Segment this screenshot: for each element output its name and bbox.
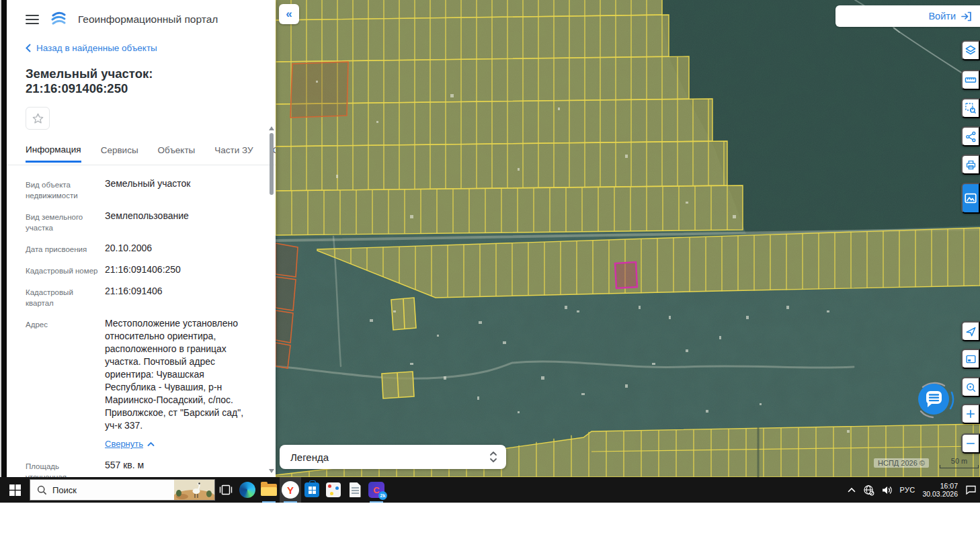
basemap-icon <box>963 191 978 206</box>
notepad-button[interactable] <box>344 477 366 503</box>
info-row-value: Местоположение установлено относительно … <box>105 317 249 450</box>
search-place-icon <box>965 381 977 394</box>
start-button[interactable] <box>0 477 30 503</box>
desktop: « Войти <box>0 0 980 551</box>
tray-expand-icon[interactable] <box>848 487 856 493</box>
portal-logo-icon <box>50 11 67 28</box>
info-row: Дата присвоения 20.10.2006 <box>26 242 249 255</box>
legend-expand-icon[interactable] <box>489 450 498 464</box>
taskbar: Поиск Y <box>0 477 980 503</box>
tab-части-зу[interactable]: Части ЗУ <box>214 145 253 161</box>
info-row-label: Адрес <box>26 317 105 450</box>
collapse-up-icon <box>147 441 155 447</box>
scrollbar-thumb[interactable] <box>270 133 274 195</box>
info-row-label: Вид объекта недвижимости <box>26 177 105 201</box>
info-row: Кадастровый номер 21:16:091406:250 <box>26 263 249 276</box>
layers-icon <box>964 44 977 57</box>
login-label: Войти <box>928 11 956 22</box>
info-row: Кадастровый квартал 21:16:091406 <box>26 285 249 308</box>
panel-header: Геоинформационный портал <box>7 0 276 28</box>
legend-label: Легенда <box>290 452 489 463</box>
taskbar-search-box[interactable]: Поиск <box>30 479 215 501</box>
tabs-bar: ИнформацияСервисыОбъектыЧасти ЗУСостав <box>26 142 276 165</box>
c-app-button[interactable]: C 2k <box>366 477 387 503</box>
legend-panel[interactable]: Легенда <box>280 445 506 469</box>
menu-button[interactable] <box>26 12 39 27</box>
tab-сервисы[interactable]: Сервисы <box>101 145 138 161</box>
print-tool-button[interactable] <box>961 155 980 175</box>
area-search-tool-button[interactable] <box>961 98 980 118</box>
network-icon[interactable] <box>863 484 874 496</box>
info-row-value: Землепользование <box>105 210 249 233</box>
folder-icon <box>261 484 277 496</box>
scale-label: 50 m <box>940 457 979 465</box>
object-info-panel: Геоинформационный портал Назад в найденн… <box>7 0 276 477</box>
overview-map-icon <box>965 353 977 366</box>
task-view-button[interactable] <box>215 477 237 503</box>
map-canvas[interactable] <box>276 0 980 477</box>
chat-button[interactable] <box>913 378 956 421</box>
system-tray: РУС 16:07 30.03.2026 <box>848 482 980 499</box>
scrollbar-down-arrow[interactable] <box>269 469 274 473</box>
app-title: Геоинформационный портал <box>78 13 218 26</box>
login-button[interactable]: Войти <box>835 5 980 27</box>
left-edge-strip <box>0 0 7 477</box>
volume-icon[interactable] <box>882 485 893 495</box>
info-row-label: Кадастровый квартал <box>26 285 105 308</box>
edge-browser-button[interactable] <box>237 477 258 503</box>
search-label: Поиск <box>52 485 169 495</box>
store-icon <box>304 482 319 497</box>
file-explorer-button[interactable] <box>258 477 280 503</box>
scrollbar-up-arrow[interactable] <box>269 126 274 130</box>
collapse-panel-button[interactable]: « <box>279 4 299 24</box>
info-row: Вид объекта недвижимости Земельный участ… <box>26 177 249 201</box>
info-row-value: 20.10.2006 <box>105 242 249 255</box>
clock-time: 16:07 <box>922 482 958 491</box>
print-icon <box>965 159 977 171</box>
basemap-tool-button[interactable] <box>961 183 980 214</box>
zoom-in-icon <box>965 408 977 420</box>
ruler-icon <box>964 73 977 87</box>
search-place-tool-button[interactable] <box>961 377 980 397</box>
paint-button[interactable] <box>323 477 344 503</box>
c-app-badge: 2k <box>378 491 387 500</box>
edge-icon <box>239 482 255 498</box>
info-row: Вид земельного участка Землепользование <box>26 210 249 233</box>
login-icon <box>961 11 972 22</box>
info-row-value: 21:16:091406:250 <box>105 263 249 276</box>
tab-информация[interactable]: Информация <box>26 144 81 163</box>
chat-icon <box>913 378 956 421</box>
area-search-icon <box>964 101 977 115</box>
task-view-icon <box>219 484 233 496</box>
back-link[interactable]: Назад в найденные объекты <box>26 43 276 53</box>
notification-center-icon[interactable] <box>965 484 977 495</box>
share-tool-button[interactable] <box>961 126 980 146</box>
share-icon <box>965 130 977 143</box>
map-attribution: НСПД 2026 © <box>874 458 929 468</box>
yandex-browser-button[interactable]: Y <box>280 477 301 503</box>
collapse-address-link[interactable]: Свернуть <box>105 437 249 450</box>
zoom-in-button[interactable] <box>961 404 980 424</box>
locate-tool-button[interactable] <box>961 321 980 341</box>
bing-daily-image <box>174 479 214 501</box>
clock-date: 30.03.2026 <box>922 490 958 499</box>
layers-tool-button[interactable] <box>961 40 980 60</box>
zoom-out-button[interactable] <box>961 433 980 454</box>
overview-map-tool-button[interactable] <box>961 349 980 369</box>
zoom-out-icon <box>965 437 977 450</box>
back-chevron-icon <box>26 44 31 52</box>
language-indicator[interactable]: РУС <box>900 486 915 494</box>
yandex-icon: Y <box>282 481 299 499</box>
object-title: Земельный участок: 21:16:091406:250 <box>26 67 257 96</box>
info-row-label: Площадь уточненная <box>26 459 105 477</box>
info-rows: Вид объекта недвижимости Земельный участ… <box>7 165 276 477</box>
ms-store-button[interactable] <box>301 477 323 503</box>
tab-объекты[interactable]: Объекты <box>158 145 196 161</box>
panel-scrollbar[interactable] <box>268 126 275 473</box>
favorite-button[interactable] <box>26 107 50 130</box>
measure-tool-button[interactable] <box>961 70 980 90</box>
taskbar-clock[interactable]: 16:07 30.03.2026 <box>922 482 958 499</box>
info-row-label: Кадастровый номер <box>26 263 105 276</box>
info-row-label: Дата присвоения <box>26 242 105 255</box>
info-row-value: 557 кв. м <box>105 459 249 477</box>
